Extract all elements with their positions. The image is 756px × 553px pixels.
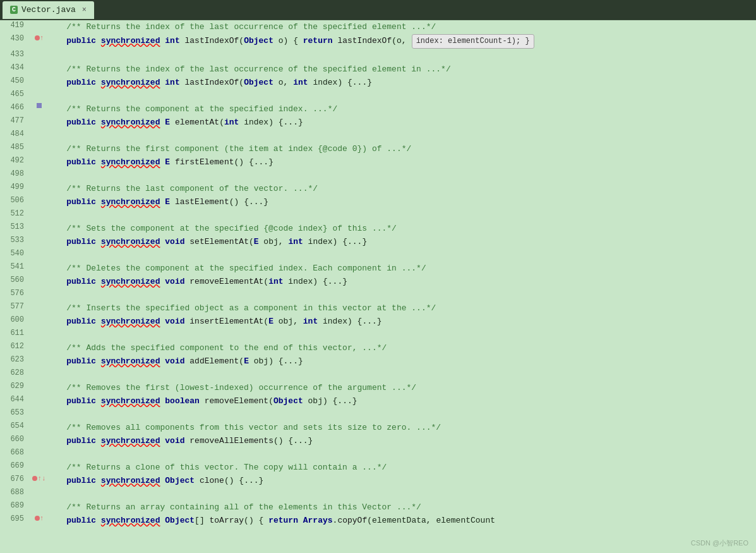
breakpoint-dot[interactable]	[32, 476, 37, 481]
line-number: 623	[5, 355, 32, 364]
line-content: /** Returns a clone of this vector. The …	[47, 461, 756, 474]
table-row: 644 public synchronized boolean removeEl…	[5, 394, 756, 408]
line-content: /** Sets the component at the specified …	[47, 222, 756, 235]
line-number: 419	[5, 20, 32, 30]
line-content: public synchronized E firstElement() {..…	[47, 155, 756, 169]
line-markers	[32, 248, 47, 249]
line-number: 560	[5, 275, 32, 284]
code-lines: 419 /** Returns the index of the last oc…	[0, 20, 756, 553]
file-tab[interactable]: C Vector.java ×	[3, 1, 94, 19]
line-number: 541	[5, 262, 32, 271]
line-content: /** Returns the component at the specifi…	[47, 102, 756, 116]
line-content	[47, 89, 756, 102]
line-markers	[32, 169, 47, 169]
table-row: 541 /** Deletes the component at the spe…	[5, 262, 756, 275]
line-number: 492	[5, 155, 32, 165]
arrow-up-icon: ↑	[37, 475, 42, 482]
line-content: /** Removes the first (lowest-indexed) o…	[47, 381, 756, 394]
line-content	[47, 129, 756, 142]
line-number: 499	[5, 182, 32, 191]
line-markers: ↑↓	[32, 474, 47, 482]
line-number: 576	[5, 288, 32, 298]
line-number: 540	[5, 248, 32, 258]
line-content: public synchronized void removeAllElemen…	[47, 434, 756, 447]
line-markers	[32, 315, 47, 315]
line-content: /** Adds the specified component to the …	[47, 341, 756, 355]
line-markers	[32, 89, 47, 90]
table-row: 498	[5, 169, 756, 182]
table-row: 669 /** Returns a clone of this vector. …	[5, 461, 756, 474]
line-markers	[32, 209, 47, 209]
line-content: public synchronized void removeElementAt…	[47, 275, 756, 288]
line-markers	[32, 487, 47, 488]
line-number: 465	[5, 89, 32, 99]
line-markers	[32, 222, 47, 222]
table-row: 485 /** Returns the first component (the…	[5, 142, 756, 155]
line-markers	[32, 434, 47, 435]
line-markers	[32, 447, 47, 448]
line-number: 654	[5, 421, 32, 430]
line-content	[47, 447, 756, 461]
line-content	[47, 368, 756, 381]
table-row: 492 public synchronized E firstElement()…	[5, 155, 756, 169]
line-markers	[32, 20, 47, 21]
table-row: 466 /** Returns the component at the spe…	[5, 102, 756, 116]
table-row: 629 /** Removes the first (lowest-indexe…	[5, 381, 756, 394]
line-content: /** Returns the first component (the ite…	[47, 142, 756, 155]
line-markers	[32, 275, 47, 276]
breakpoint-dot[interactable]	[35, 35, 40, 40]
line-markers	[32, 102, 47, 108]
tab-file-type-icon: C	[10, 6, 18, 14]
table-row: 533 public synchronized void setElementA…	[5, 235, 756, 248]
line-content: public synchronized int lastIndexOf(Obje…	[47, 33, 756, 49]
line-markers	[32, 381, 47, 382]
line-number: 668	[5, 447, 32, 457]
line-number: 512	[5, 209, 32, 218]
line-number: 484	[5, 129, 32, 138]
line-content	[47, 49, 756, 63]
line-markers: ↑	[32, 33, 47, 42]
line-number: 689	[5, 501, 32, 510]
line-content: public synchronized E elementAt(int inde…	[47, 116, 756, 129]
line-content: public synchronized void setElementAt(E …	[47, 235, 756, 248]
line-markers	[32, 235, 47, 236]
line-markers	[32, 129, 47, 130]
table-row: 434 /** Returns the index of the last oc…	[5, 63, 756, 76]
line-number: 660	[5, 434, 32, 444]
line-content: public synchronized E lastElement() {...…	[47, 195, 756, 209]
line-markers	[32, 49, 47, 50]
code-area: 419 /** Returns the index of the last oc…	[0, 20, 756, 553]
line-content: public synchronized Object[] toArray() {…	[47, 514, 756, 527]
tab-filename: Vector.java	[21, 5, 76, 15]
line-number: 430	[5, 33, 32, 43]
line-content: public synchronized void addElement(E ob…	[47, 355, 756, 368]
table-row: 576	[5, 288, 756, 301]
line-number: 629	[5, 381, 32, 391]
table-row: 676↑↓ public synchronized Object clone()…	[5, 474, 756, 487]
line-content: /** Returns an array containing all of t…	[47, 501, 756, 514]
line-content: /** Removes all components from this vec…	[47, 421, 756, 434]
line-number: 477	[5, 116, 32, 125]
arrow-up-icon: ↑	[40, 34, 44, 42]
table-row: 623 public synchronized void addElement(…	[5, 355, 756, 368]
line-markers	[32, 63, 47, 63]
line-content	[47, 209, 756, 222]
line-number: 466	[5, 102, 32, 112]
line-markers	[32, 182, 47, 183]
line-number: 450	[5, 76, 32, 85]
table-row: 450 public synchronized int lastIndexOf(…	[5, 76, 756, 89]
tab-close-button[interactable]: ×	[82, 6, 87, 15]
line-markers	[32, 461, 47, 461]
line-markers	[32, 421, 47, 422]
line-number: 513	[5, 222, 32, 231]
line-markers	[32, 195, 47, 196]
line-markers	[32, 501, 47, 501]
bookmark-square[interactable]	[37, 103, 42, 108]
breakpoint-dot[interactable]	[35, 516, 40, 521]
line-markers	[32, 288, 47, 289]
line-markers	[32, 262, 47, 262]
line-number: 688	[5, 487, 32, 497]
editor-container: C Vector.java × 419 /** Returns the inde…	[0, 0, 756, 553]
table-row: 560 public synchronized void removeEleme…	[5, 275, 756, 288]
line-content	[47, 169, 756, 182]
